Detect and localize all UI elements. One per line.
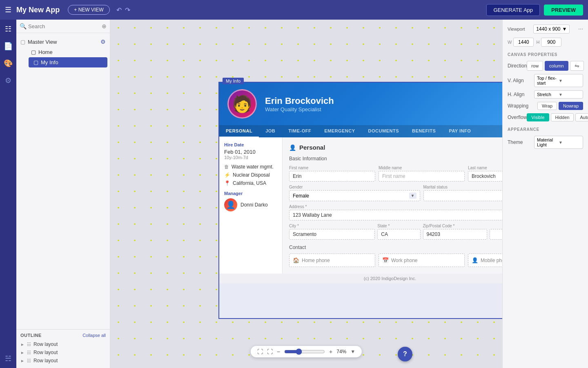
- theme-select[interactable]: Material Light ▼: [534, 136, 583, 149]
- valign-select[interactable]: Top / flex-start ▼: [534, 74, 583, 87]
- zip-extra-input[interactable]: [490, 229, 502, 240]
- tab-personal[interactable]: PERSONAL: [219, 125, 259, 137]
- middle-name-label: Middle name: [379, 166, 465, 170]
- zoom-dropdown-arrow[interactable]: ▼: [350, 349, 355, 355]
- zoom-slider[interactable]: [284, 348, 325, 355]
- job-item-3: 📍 California, USA: [224, 180, 277, 186]
- preview-button[interactable]: PREVIEW: [544, 4, 583, 16]
- overflow-auto-button[interactable]: Auto: [575, 113, 588, 121]
- generate-app-button[interactable]: GENERATE App: [486, 4, 540, 16]
- marital-select[interactable]: ▼: [423, 190, 503, 201]
- master-view-row[interactable]: ▢ Master View ⚙: [16, 36, 110, 47]
- tab-emergency[interactable]: EMERGENCY: [318, 125, 361, 137]
- avatar: 🧑: [227, 89, 257, 119]
- direction-btn-group: row column ⇋: [527, 61, 584, 71]
- viewport-select[interactable]: 588 x 368 ▼: [533, 25, 570, 34]
- state-input[interactable]: CA: [377, 229, 420, 240]
- outline-row-1[interactable]: ► ☷ Row layout: [20, 340, 106, 348]
- outline-title: OUTLINE: [20, 333, 42, 338]
- components-icon[interactable]: ☷: [5, 25, 11, 34]
- data-icon[interactable]: 📄: [4, 42, 13, 51]
- work-phone-field[interactable]: 📅 Work phone: [379, 254, 465, 267]
- help-button[interactable]: ?: [398, 347, 412, 361]
- tab-documents[interactable]: DOCUMENTS: [362, 125, 405, 137]
- zip-extra-label: [490, 224, 502, 228]
- personal-section-header: 👤 Personal: [289, 144, 502, 151]
- undo-icon[interactable]: ↶: [116, 6, 122, 14]
- tree-item-myinfo-label: My Info: [41, 59, 58, 65]
- direction-row-button[interactable]: row: [527, 61, 543, 71]
- first-name-input[interactable]: Erin: [289, 171, 375, 182]
- personal-icon: 👤: [289, 144, 296, 151]
- master-view-settings[interactable]: ⚙: [100, 38, 106, 45]
- outline-header: OUTLINE Collapse all: [20, 333, 106, 338]
- middle-name-input[interactable]: First name: [379, 171, 465, 182]
- app-title: My New App: [16, 6, 60, 14]
- layers-icon[interactable]: ☵: [5, 354, 11, 363]
- tab-payinfo[interactable]: PAY INFO: [442, 125, 477, 137]
- add-search-icon[interactable]: ⊕: [102, 23, 107, 29]
- menu-icon[interactable]: ☰: [5, 5, 11, 14]
- marital-label: Marital status: [423, 185, 503, 189]
- state-group: State * CA: [377, 224, 420, 240]
- master-view-icon: ▢: [20, 39, 25, 45]
- width-group: W: [508, 38, 534, 47]
- tab-timeoff[interactable]: TIME-OFF: [282, 125, 318, 137]
- overflow-hidden-button[interactable]: Hidden: [551, 113, 574, 121]
- direction-reset-button[interactable]: ⇋: [570, 61, 584, 71]
- tree-item-home[interactable]: ▢ Home: [26, 47, 110, 57]
- width-input[interactable]: [513, 38, 534, 47]
- city-input[interactable]: Scramento: [289, 229, 375, 240]
- outline-row-3[interactable]: ► ☷ Row layout: [20, 357, 106, 365]
- outline-arrow-3: ►: [20, 359, 24, 363]
- first-name-group: First name Erin: [289, 166, 375, 182]
- personal-section-title: Personal: [299, 144, 325, 151]
- tab-benefits[interactable]: BENEFITS: [405, 125, 442, 137]
- overflow-label: Overflow: [508, 114, 527, 120]
- viewport-label: Viewport: [508, 27, 525, 31]
- dimensions-row: W H: [508, 38, 583, 47]
- overflow-visible-button[interactable]: Visible: [527, 113, 549, 121]
- zip-extra-group: [490, 224, 502, 240]
- redo-icon[interactable]: ↷: [125, 6, 130, 14]
- direction-column-button[interactable]: column: [545, 61, 568, 71]
- gender-dropdown-arrow[interactable]: ▼: [409, 193, 416, 199]
- fullscreen-icon[interactable]: ⛶: [267, 348, 273, 355]
- wrap-button[interactable]: Wrap: [537, 102, 557, 110]
- valign-row: V. Align Top / flex-start ▼: [508, 74, 583, 87]
- home-phone-field[interactable]: 🏠 Home phone: [289, 254, 375, 267]
- nowrap-button[interactable]: Nowrap: [559, 102, 583, 110]
- settings-icon[interactable]: ⚙: [5, 76, 11, 85]
- fit-icon[interactable]: ⛶: [257, 348, 263, 355]
- gender-select[interactable]: Female ▼: [289, 190, 420, 201]
- collapse-all-button[interactable]: Collapse all: [82, 333, 106, 338]
- last-name-input[interactable]: Brockovich: [468, 171, 502, 182]
- address-field: Address *: [289, 204, 502, 220]
- hire-date-value: Feb 01, 2010: [224, 149, 277, 155]
- outline-grid-icon-2: ☷: [27, 350, 31, 355]
- viewport-dropdown-arrow: ▼: [562, 26, 567, 32]
- outline-arrow-2: ►: [20, 350, 24, 355]
- search-input[interactable]: [28, 23, 100, 29]
- appearance-section: APPEARANCE Theme Material Light ▼: [508, 127, 583, 149]
- address-input[interactable]: [289, 210, 502, 220]
- zip-input[interactable]: 94203: [423, 229, 488, 240]
- appearance-title: APPEARANCE: [508, 127, 583, 132]
- tab-job[interactable]: JOB: [259, 125, 282, 137]
- new-view-button[interactable]: + NEW VIEW: [68, 5, 109, 15]
- tree-sub: ▢ Home ▢ My Info: [16, 47, 110, 67]
- outline-grid-icon-3: ☷: [27, 358, 31, 364]
- mobile-phone-field[interactable]: 👤 Mobile phone: [468, 254, 502, 267]
- zoom-out-icon[interactable]: −: [277, 348, 280, 355]
- height-input[interactable]: [541, 38, 561, 47]
- job-item-2: ⚡ Nuclear Disposal: [224, 172, 277, 178]
- halign-select[interactable]: Stretch ▼: [534, 90, 583, 99]
- tree-item-myinfo[interactable]: ▢ My Info: [29, 57, 107, 67]
- viewport-more-icon[interactable]: ⋯: [578, 26, 583, 32]
- direction-label: Direction: [508, 63, 527, 69]
- contact-fields: 🏠 Home phone 📅 Work phone 👤 Mobile phone: [289, 254, 502, 267]
- job-label-3: California, USA: [233, 180, 266, 186]
- zoom-in-icon[interactable]: +: [329, 348, 332, 355]
- theme-icon[interactable]: 🎨: [4, 59, 13, 68]
- outline-row-2[interactable]: ► ☷ Row layout: [20, 348, 106, 357]
